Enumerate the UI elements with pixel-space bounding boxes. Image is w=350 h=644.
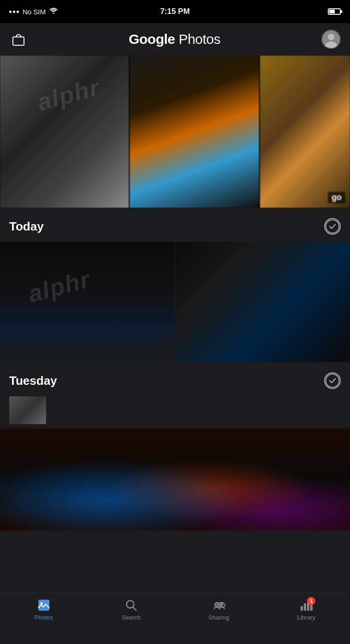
photo-grid-section: go xyxy=(0,55,350,208)
app-title: Google Photos xyxy=(129,31,221,47)
status-left: No SIM xyxy=(9,7,58,16)
shopping-bag-icon[interactable] xyxy=(9,30,28,49)
photo-tile-3[interactable]: go xyxy=(260,55,350,208)
tuesday-thumb[interactable] xyxy=(9,396,46,424)
svg-point-8 xyxy=(40,602,42,605)
tab-sharing[interactable]: Sharing xyxy=(175,599,263,621)
bottom-photo[interactable] xyxy=(0,429,350,530)
bottom-nav: Photos Search Sharing xyxy=(0,593,350,644)
go-badge: go xyxy=(328,192,345,203)
wifi-icon xyxy=(49,7,58,16)
sharing-icon xyxy=(212,599,225,612)
today-check-icon[interactable] xyxy=(324,218,341,235)
today-photo-1[interactable] xyxy=(0,242,175,362)
tab-search[interactable]: Search xyxy=(88,599,175,621)
tuesday-preview xyxy=(0,396,350,429)
today-section-header: Today xyxy=(0,208,350,242)
svg-rect-16 xyxy=(301,606,303,611)
photos-label: Photos xyxy=(35,614,53,621)
svg-line-10 xyxy=(133,607,136,610)
carrier-label: No SIM xyxy=(23,8,46,16)
svg-point-14 xyxy=(216,602,218,605)
user-avatar[interactable] xyxy=(321,30,341,49)
tuesday-section-header: Tuesday xyxy=(0,362,350,396)
sharing-label: Sharing xyxy=(208,614,229,621)
svg-rect-1 xyxy=(13,37,24,45)
status-time: 7:15 PM xyxy=(160,7,190,16)
tab-library[interactable]: 1 Library xyxy=(263,599,350,621)
library-badge: 1 xyxy=(307,597,315,605)
library-label: Library xyxy=(297,614,315,621)
svg-rect-7 xyxy=(38,600,49,611)
search-icon xyxy=(125,599,138,612)
tuesday-check-icon[interactable] xyxy=(324,372,341,389)
photo-tile-2[interactable] xyxy=(130,55,259,208)
svg-point-5 xyxy=(326,220,339,233)
photo-tile-1[interactable] xyxy=(0,55,129,208)
search-label: Search xyxy=(122,614,141,621)
svg-rect-17 xyxy=(304,603,306,611)
svg-point-3 xyxy=(328,34,334,40)
status-right xyxy=(328,8,341,15)
today-title: Today xyxy=(9,219,44,234)
tuesday-title: Tuesday xyxy=(9,374,57,388)
svg-point-0 xyxy=(53,13,54,14)
photos-icon xyxy=(37,599,50,612)
status-bar: No SIM 7:15 PM xyxy=(0,0,350,23)
library-icon: 1 xyxy=(300,599,313,612)
svg-point-6 xyxy=(326,374,339,387)
signal-dots xyxy=(9,11,19,13)
today-photos xyxy=(0,242,350,362)
app-header: Google Photos xyxy=(0,23,350,55)
battery-icon xyxy=(328,8,341,15)
tab-photos[interactable]: Photos xyxy=(0,599,88,621)
today-photo-2[interactable] xyxy=(175,242,350,362)
